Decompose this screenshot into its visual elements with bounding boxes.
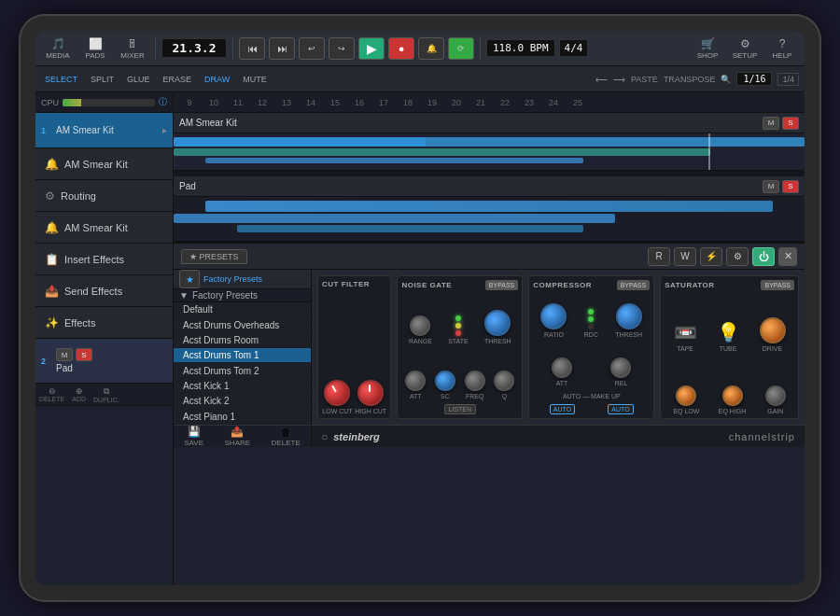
saturator-bypass[interactable]: BYPASS (761, 280, 794, 290)
mute-tool[interactable]: MUTE (239, 73, 271, 86)
sat-drive-knob[interactable] (760, 317, 786, 343)
preset-overheads[interactable]: Acst Drums Overheads (174, 317, 311, 332)
preset-room[interactable]: Acst Drums Room (174, 333, 311, 348)
track-2-mute-btn-2[interactable]: M (763, 180, 779, 193)
preset-tom1[interactable]: Acst Drums Tom 1 (174, 348, 311, 363)
noise-gate-bypass[interactable]: BYPASS (485, 280, 519, 290)
ng-sc-knob[interactable] (435, 371, 455, 391)
bpm-display[interactable]: 118.0 BPM (486, 39, 555, 57)
ng-q-knob[interactable] (494, 371, 514, 391)
nav-item-amsmearkit-1[interactable]: 🔔 AM Smear Kit (35, 148, 173, 180)
cut-filter-knobs: LOW CUT HIGH CUT (322, 293, 386, 414)
preset-kick1[interactable]: Acst Kick 1 (174, 379, 311, 394)
bottom-section: ★ PRESETS R W ⚡ ⚙ ⏻ ✕ (174, 242, 805, 447)
comp-att-group: ATT (552, 357, 572, 386)
sat-eqlow-knob[interactable] (676, 385, 696, 406)
grid-select[interactable]: 1/4 (777, 73, 799, 86)
nav-item-amsmearkit-2[interactable]: 🔔 AM Smear Kit (35, 212, 173, 244)
low-cut-knob[interactable] (324, 380, 350, 406)
sat-drive-label: DRIVE (763, 345, 782, 352)
forward-button[interactable]: ⏭ (269, 37, 295, 60)
pads-button[interactable]: ⬜ PADS (78, 34, 112, 63)
track-item-2[interactable]: 2 M S Pad (35, 339, 173, 384)
split-tool[interactable]: SPLIT (87, 73, 118, 86)
rewind-button[interactable]: ⏮ (239, 37, 265, 60)
track-2-record[interactable]: S (76, 348, 92, 361)
shop-button[interactable]: 🛒 SHOP (691, 34, 724, 63)
preset-kick2[interactable]: Acst Kick 2 (174, 394, 311, 409)
time-sig-display[interactable]: 4/4 (559, 39, 589, 57)
metronome-button[interactable]: 🔔 (418, 37, 444, 60)
glue-tool[interactable]: GLUE (123, 73, 154, 86)
preset-tom2[interactable]: Acst Drums Tom 2 (174, 363, 311, 378)
star-btn[interactable]: ★ (179, 270, 200, 288)
w-button[interactable]: W (674, 247, 696, 266)
track-1-midi-row[interactable] (174, 133, 805, 171)
ng-att-knob[interactable] (405, 371, 426, 391)
track-1-settings-icon[interactable]: ▸ (162, 125, 167, 135)
record-button[interactable]: ● (388, 37, 414, 60)
comp-ratio-knob[interactable] (540, 303, 567, 329)
share-preset-button[interactable]: 📤 SHARE (225, 426, 251, 447)
play-button[interactable]: ▶ (358, 37, 385, 60)
plugin-settings-btn[interactable]: ⚙ (726, 247, 749, 266)
sat-eqhigh-group: EQ HIGH (719, 385, 747, 414)
mixer-button[interactable]: 🎚 MIXER (116, 34, 149, 63)
high-cut-knob[interactable] (357, 380, 384, 406)
erase-tool[interactable]: ERASE (160, 73, 196, 86)
help-button[interactable]: ? HELP (765, 34, 799, 63)
redo-button[interactable]: ↪ (329, 37, 355, 60)
track-item-1[interactable]: 1 AM Smear Kit ▸ (35, 113, 173, 148)
delete-preset-button[interactable]: 🗑 DELETE (272, 427, 301, 447)
ng-thresh-knob[interactable] (484, 310, 511, 336)
delete-track-button[interactable]: ⊖ DELETE (39, 386, 64, 402)
ng-range-knob[interactable] (410, 315, 430, 336)
high-cut-indicator (369, 385, 371, 392)
high-cut-label: HIGH CUT (355, 408, 386, 414)
duplicate-track-button[interactable]: ⧉ DUPLIC. (93, 386, 119, 403)
auto-button[interactable]: AUTO (550, 404, 575, 414)
bar-16: 16 (347, 98, 371, 107)
loop-button[interactable]: ⟳ (448, 37, 474, 60)
comp-rel-knob[interactable] (610, 357, 631, 378)
nav-label-insert-effects: Insert Effects (64, 254, 163, 265)
position-display: 21.3.2 (161, 38, 227, 58)
comp-thresh-knob[interactable] (616, 303, 642, 329)
track-2-mute[interactable]: M (56, 348, 73, 361)
quantize-display[interactable]: 1/16 (736, 72, 772, 86)
save-preset-button[interactable]: 💾 SAVE (184, 426, 203, 447)
preset-piano1[interactable]: Acst Piano 1 (174, 410, 311, 425)
add-track-button[interactable]: ⊕ ADD (72, 386, 86, 402)
noise-gate-title: NOISE GATE (401, 281, 452, 289)
nav-item-effects[interactable]: ✨ Effects (35, 307, 173, 339)
draw-tool[interactable]: DRAW (201, 73, 233, 86)
comp-auto-group: AUTO — MAKE UP (533, 393, 650, 399)
comp-att-knob[interactable] (552, 357, 572, 378)
nav-item-routing[interactable]: ⚙ Routing (35, 180, 173, 212)
nav-item-insert-effects[interactable]: 📋 Insert Effects (35, 244, 173, 275)
media-button[interactable]: 🎵 MEDIA (41, 34, 75, 63)
sat-gain-knob[interactable] (765, 385, 786, 406)
ng-freq-knob[interactable] (465, 371, 485, 391)
track-2-midi-row[interactable] (174, 197, 805, 242)
nav-item-send-effects[interactable]: 📤 Send Effects (35, 275, 173, 307)
track-2-solo-btn-2[interactable]: S (782, 180, 799, 193)
select-tool[interactable]: SELECT (41, 73, 81, 86)
sat-eqhigh-knob[interactable] (722, 385, 743, 406)
listen-button[interactable]: LISTEN (444, 404, 477, 414)
preset-default[interactable]: Default (174, 302, 311, 317)
makeup-auto-button[interactable]: AUTO (608, 404, 633, 414)
undo-button[interactable]: ↩ (299, 37, 325, 60)
plugin-close-button[interactable]: ✕ (778, 247, 797, 266)
ng-led-group (455, 315, 461, 336)
track-1-mute-btn[interactable]: M (763, 117, 779, 130)
bypass-all-button[interactable]: ⚡ (700, 247, 722, 266)
compressor-bypass[interactable]: BYPASS (617, 280, 651, 290)
tape-icon[interactable]: 📼 (674, 321, 697, 343)
r-button[interactable]: R (648, 247, 670, 266)
plugin-power-button[interactable]: ⏻ (752, 247, 775, 266)
tube-icon[interactable]: 💡 (717, 321, 740, 343)
presets-tab[interactable]: ★ PRESETS (181, 249, 247, 264)
setup-button[interactable]: ⚙ SETUP (728, 34, 762, 63)
track-1-solo-btn[interactable]: S (782, 117, 799, 130)
